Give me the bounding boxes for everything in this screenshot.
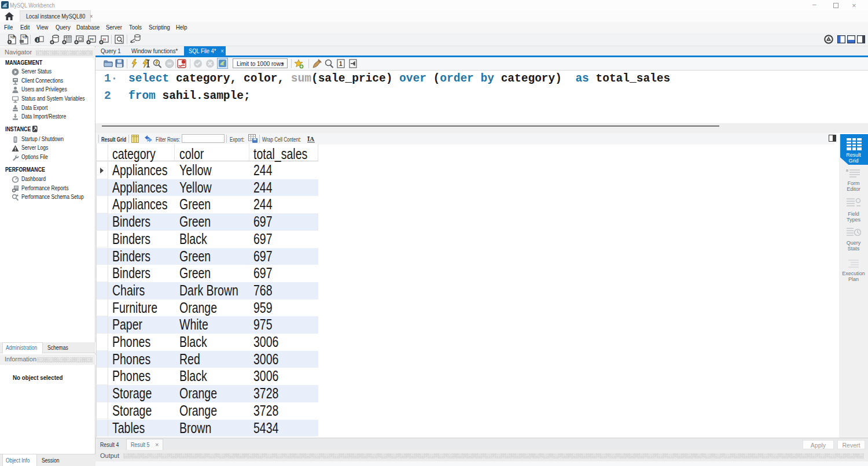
svg-text:1: 1 — [339, 61, 343, 67]
svg-text:ĪA: ĪA — [307, 135, 314, 142]
svg-text:SQL: SQL — [23, 36, 28, 39]
svg-text:P6: P6 — [90, 38, 94, 41]
svg-text:SQL: SQL — [10, 36, 16, 39]
svg-text:10: 10 — [102, 38, 106, 41]
